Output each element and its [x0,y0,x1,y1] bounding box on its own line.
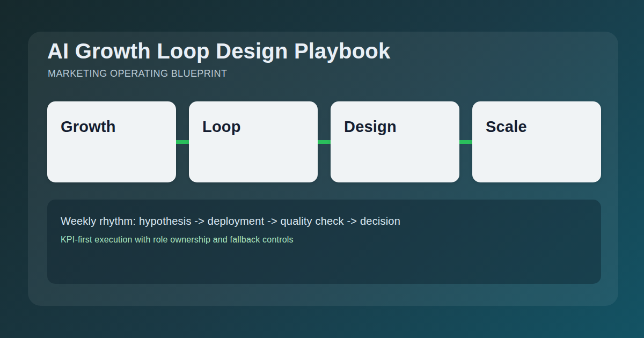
playbook-card: AI Growth Loop Design Playbook MARKETING… [28,32,618,306]
step-card-loop: Loop [189,101,318,182]
summary-panel: Weekly rhythm: hypothesis -> deployment … [47,200,601,284]
weekly-rhythm-text: Weekly rhythm: hypothesis -> deployment … [61,214,586,228]
step-card-growth: Growth [47,101,176,182]
step-label-design: Design [344,118,397,135]
step-card-scale: Scale [472,101,601,182]
steps-row: Growth Loop Design Scale [47,101,601,182]
background: AI Growth Loop Design Playbook MARKETING… [0,0,644,338]
step-card-design: Design [331,101,459,182]
page-subtitle: MARKETING OPERATING BLUEPRINT [48,68,227,80]
step-label-growth: Growth [61,118,116,135]
page-title: AI Growth Loop Design Playbook [47,38,390,64]
step-label-loop: Loop [202,118,241,135]
connector-line [318,140,331,144]
kpi-note-text: KPI-first execution with role ownership … [61,234,586,246]
step-label-scale: Scale [486,118,527,135]
connector-line [459,140,472,144]
connector-line [176,140,189,144]
